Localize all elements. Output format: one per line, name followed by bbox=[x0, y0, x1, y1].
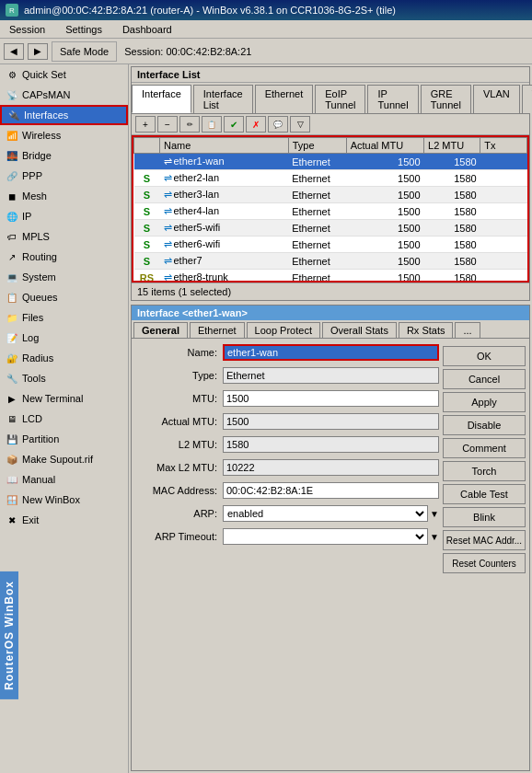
sidebar-item-new-winbox[interactable]: 🪟 New WinBox bbox=[0, 490, 128, 510]
sidebar-item-lcd[interactable]: 🖥 LCD bbox=[0, 409, 128, 429]
table-row[interactable]: S ⇌ether2-lan Ethernet 1500 1580 bbox=[134, 170, 527, 187]
apply-btn[interactable]: Apply bbox=[443, 392, 526, 412]
table-row[interactable]: S ⇌ether3-lan Ethernet 1500 1580 bbox=[134, 187, 527, 203]
menu-session[interactable]: Session bbox=[4, 22, 51, 37]
sidebar-item-log[interactable]: 📝 Log bbox=[0, 328, 128, 348]
row-status bbox=[134, 154, 160, 170]
row-l2-mtu: 1580 bbox=[424, 170, 480, 187]
ok-btn[interactable]: OK bbox=[443, 346, 526, 366]
sidebar-item-tools[interactable]: 🔧 Tools bbox=[0, 368, 128, 388]
safe-mode-btn[interactable]: Safe Mode bbox=[52, 41, 117, 62]
sidebar-item-new-terminal[interactable]: ▶ New Terminal bbox=[0, 388, 128, 409]
sidebar-item-radius[interactable]: 🔐 Radius bbox=[0, 348, 128, 368]
row-actual-mtu: 1500 bbox=[346, 270, 423, 283]
sidebar-item-mpls[interactable]: 🏷 MPLS bbox=[0, 226, 128, 247]
sidebar-item-exit[interactable]: ✖ Exit bbox=[0, 510, 128, 530]
tab-vlan[interactable]: VLAN bbox=[473, 85, 520, 113]
sidebar-item-ip[interactable]: 🌐 IP bbox=[0, 206, 128, 226]
enable-btn[interactable]: ✔ bbox=[224, 116, 244, 133]
torch-btn[interactable]: Torch bbox=[443, 461, 526, 481]
nav-back-btn[interactable]: ◀ bbox=[4, 43, 24, 60]
cancel-btn[interactable]: Cancel bbox=[443, 369, 526, 389]
l2-mtu-row: L2 MTU: bbox=[135, 434, 439, 455]
tab-ip-tunnel[interactable]: IP Tunnel bbox=[367, 85, 418, 113]
detail-tab-ethernet[interactable]: Ethernet bbox=[190, 322, 245, 338]
col-actual-mtu[interactable]: Actual MTU bbox=[346, 138, 423, 154]
col-tx[interactable]: Tx bbox=[480, 138, 527, 154]
queues-icon: 📋 bbox=[6, 291, 18, 304]
reset-counters-btn[interactable]: Reset Counters bbox=[443, 553, 526, 573]
remove-btn[interactable]: − bbox=[157, 116, 178, 133]
manual-icon: 📖 bbox=[6, 473, 18, 486]
comment-btn[interactable]: 💬 bbox=[268, 116, 288, 133]
table-row[interactable]: S ⇌ether6-wifi Ethernet 1500 1580 bbox=[134, 237, 527, 253]
tab-eoip-tunnel[interactable]: EoIP Tunnel bbox=[315, 85, 365, 113]
col-type[interactable]: Type bbox=[288, 138, 346, 154]
copy-btn[interactable]: 📋 bbox=[202, 116, 222, 133]
table-row[interactable]: S ⇌ether5-wifi Ethernet 1500 1580 bbox=[134, 220, 527, 237]
menu-settings[interactable]: Settings bbox=[60, 22, 108, 37]
capsman-icon: 📡 bbox=[6, 88, 18, 101]
table-row[interactable]: S ⇌ether7 Ethernet 1500 1580 bbox=[134, 253, 527, 270]
row-type: Ethernet bbox=[288, 270, 346, 283]
edit-btn[interactable]: ✏ bbox=[179, 116, 200, 133]
menu-bar: Session Settings Dashboard bbox=[0, 20, 532, 39]
sidebar-item-queues[interactable]: 📋 Queues bbox=[0, 287, 128, 307]
sidebar-item-mesh[interactable]: ◼ Mesh bbox=[0, 186, 128, 206]
detail-tab-rx-stats[interactable]: Rx Stats bbox=[399, 322, 454, 338]
arp-timeout-select[interactable]: 30s 1m bbox=[223, 528, 428, 545]
disable-btn[interactable]: Disable bbox=[443, 415, 526, 435]
arp-dropdown-arrow[interactable]: ▼ bbox=[430, 509, 439, 519]
mac-address-input[interactable] bbox=[223, 482, 439, 499]
tab-vp[interactable]: VP bbox=[522, 85, 532, 113]
tab-interface[interactable]: Interface bbox=[132, 85, 191, 113]
row-status: S bbox=[134, 203, 160, 220]
sidebar-item-files[interactable]: 📁 Files bbox=[0, 307, 128, 328]
nav-forward-btn[interactable]: ▶ bbox=[28, 43, 48, 60]
comment-btn[interactable]: Comment bbox=[443, 438, 526, 458]
detail-tab-overall-stats[interactable]: Overall Stats bbox=[322, 322, 397, 338]
title-text: admin@00:0C:42:B2:8A:21 (router-A) - Win… bbox=[24, 5, 396, 16]
col-l2-mtu[interactable]: L2 MTU bbox=[424, 138, 480, 154]
sidebar-item-make-supout[interactable]: 📦 Make Supout.rif bbox=[0, 449, 128, 469]
row-actual-mtu: 1500 bbox=[346, 187, 423, 203]
arp-timeout-dropdown-arrow[interactable]: ▼ bbox=[430, 532, 439, 542]
table-row[interactable]: ⇌ether1-wan Ethernet 1500 1580 bbox=[134, 154, 527, 170]
sidebar-item-interfaces[interactable]: 🔌 Interfaces bbox=[0, 105, 128, 125]
cable-test-btn[interactable]: Cable Test bbox=[443, 484, 526, 504]
filter-btn[interactable]: ▽ bbox=[290, 116, 310, 133]
bridge-icon: 🌉 bbox=[6, 149, 18, 162]
sidebar-item-capsman[interactable]: 📡 CAPsMAN bbox=[0, 85, 128, 105]
sidebar-item-manual[interactable]: 📖 Manual bbox=[0, 469, 128, 490]
blink-btn[interactable]: Blink bbox=[443, 507, 526, 527]
sidebar-item-ppp[interactable]: 🔗 PPP bbox=[0, 166, 128, 186]
detail-tab-more[interactable]: ... bbox=[455, 322, 480, 338]
disable-btn[interactable]: ✗ bbox=[246, 116, 266, 133]
sidebar-item-quick-set[interactable]: ⚙ Quick Set bbox=[0, 64, 128, 85]
menu-dashboard[interactable]: Dashboard bbox=[117, 22, 178, 37]
sidebar-item-bridge[interactable]: 🌉 Bridge bbox=[0, 145, 128, 166]
sidebar-item-system[interactable]: 💻 System bbox=[0, 267, 128, 287]
row-type: Ethernet bbox=[288, 170, 346, 187]
table-row[interactable]: S ⇌ether4-lan Ethernet 1500 1580 bbox=[134, 203, 527, 220]
mtu-input[interactable] bbox=[223, 390, 439, 407]
sidebar-item-partition[interactable]: 💾 Partition bbox=[0, 429, 128, 449]
name-input[interactable] bbox=[223, 344, 439, 361]
detail-title: Interface <ether1-wan> bbox=[132, 306, 529, 320]
col-name[interactable]: Name bbox=[160, 138, 289, 154]
add-btn[interactable]: + bbox=[135, 116, 156, 133]
tab-ethernet[interactable]: Ethernet bbox=[255, 85, 314, 113]
mtu-row: MTU: bbox=[135, 388, 439, 409]
sidebar-item-routing[interactable]: ↗ Routing bbox=[0, 247, 128, 267]
row-actual-mtu: 1500 bbox=[346, 220, 423, 237]
table-row[interactable]: RS ⇌ether8-trunk Ethernet 1500 1580 bbox=[134, 270, 527, 283]
detail-tab-general[interactable]: General bbox=[133, 322, 188, 338]
arp-select[interactable]: enabled disabled proxy-arp reply-only bbox=[223, 505, 428, 522]
sidebar-item-wireless[interactable]: 📶 Wireless bbox=[0, 125, 128, 145]
detail-tab-loop-protect[interactable]: Loop Protect bbox=[247, 322, 320, 338]
tab-gre-tunnel[interactable]: GRE Tunnel bbox=[421, 85, 471, 113]
tab-interface-list[interactable]: Interface List bbox=[193, 85, 253, 113]
l2-mtu-label: L2 MTU: bbox=[135, 439, 223, 450]
partition-icon: 💾 bbox=[6, 433, 18, 445]
reset-mac-addr-btn[interactable]: Reset MAC Addr... bbox=[443, 530, 526, 550]
